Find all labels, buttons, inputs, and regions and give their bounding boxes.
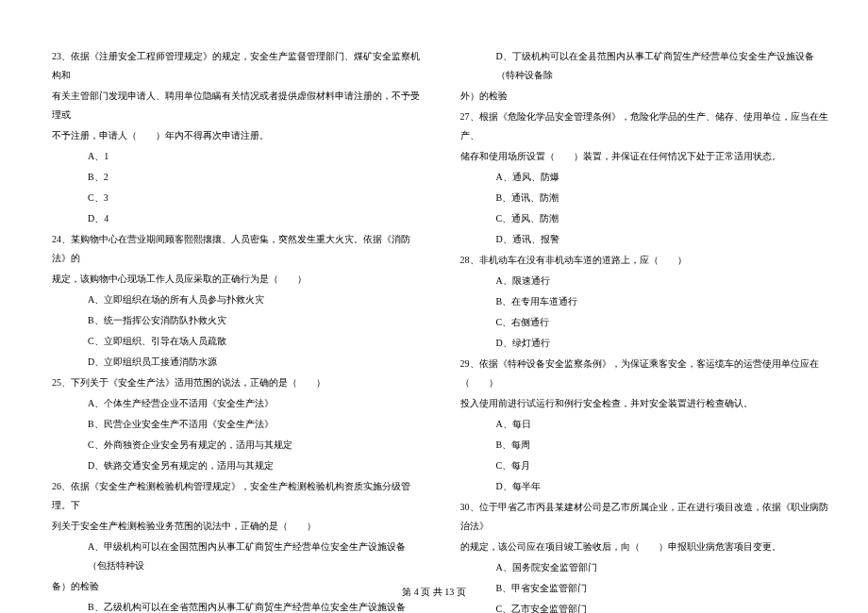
q29-optC: C、每月 xyxy=(460,456,831,475)
q24-optC: C、立即组织、引导在场人员疏散 xyxy=(52,332,423,351)
q26-optD2: 外）的检验 xyxy=(460,87,831,106)
q28-optA: A、限速通行 xyxy=(460,272,831,290)
q25-optC: C、外商独资企业安全另有规定的，适用与其规定 xyxy=(52,436,423,455)
q29-optA: A、每日 xyxy=(460,415,831,434)
q27-optA: A、通风、防爆 xyxy=(460,168,831,187)
page-footer: 第 4 页 共 13 页 xyxy=(0,586,868,599)
q29-optD: D、每半年 xyxy=(460,477,831,496)
q28-optC: C、右侧通行 xyxy=(460,313,831,332)
q30-line1: 30、位于甲省乙市丙县某建材公司是乙市所属企业，正在进行项目改造，依据《职业病防… xyxy=(460,498,831,536)
q24-line2: 规定，该购物中心现场工作人员应采取的正确行为是（ ） xyxy=(52,270,423,289)
q23-line2: 有关主管部门发现申请人、聘用单位隐瞒有关情况或者提供虚假材料申请注册的，不予受理… xyxy=(52,87,423,124)
page-container: 23、依据《注册安全工程师管理规定》的规定，安全生产监督管理部门、煤矿安全监察机… xyxy=(0,0,868,613)
q29-line1: 29、依据《特种设备安全监察条例》，为保证乘客安全，客运缆车的运营使用单位应在（… xyxy=(460,355,831,392)
q25-optB: B、民营企业安全生产不适用《安全生产法》 xyxy=(52,415,423,434)
q24-optD: D、立即组织员工接通消防水源 xyxy=(52,353,423,372)
q27-optC: C、通风、防潮 xyxy=(460,209,831,228)
left-column: 23、依据《注册安全工程师管理规定》的规定，安全生产监督管理部门、煤矿安全监察机… xyxy=(52,47,423,613)
q24-optB: B、统一指挥公安消防队扑救火灾 xyxy=(52,311,423,330)
q29-line2: 投入使用前进行试运行和例行安全检查，并对安全装置进行检查确认。 xyxy=(460,394,831,413)
q25-optA: A、个体生产经营企业不适用《安全生产法》 xyxy=(52,394,423,413)
q25-optD: D、铁路交通安全另有规定的，适用与其规定 xyxy=(52,456,423,475)
q30-optC: C、乙市安全监管部门 xyxy=(460,600,831,613)
q28-optB: B、在专用车道通行 xyxy=(460,292,831,311)
q26-optA: A、甲级机构可以在全国范围内从事工矿商贸生产经营单位安全生产设施设备（包括特种设 xyxy=(52,538,423,575)
q26-optD: D、丁级机构可以在全县范围内从事工矿商贸生产经营单位安全生产设施设备（特种设备除 xyxy=(460,47,831,85)
q28-optD: D、绿灯通行 xyxy=(460,334,831,353)
right-column: D、丁级机构可以在全县范围内从事工矿商贸生产经营单位安全生产设施设备（特种设备除… xyxy=(460,47,831,613)
q23-line1: 23、依据《注册安全工程师管理规定》的规定，安全生产监督管理部门、煤矿安全监察机… xyxy=(52,47,423,85)
q30-optA: A、国务院安全监管部门 xyxy=(460,558,831,577)
q27-optD: D、通讯、报警 xyxy=(460,230,831,249)
q29-optB: B、每周 xyxy=(460,436,831,455)
q24-line1: 24、某购物中心在营业期间顾客熙熙攘攘、人员密集，突然发生重大火灾。依据《消防法… xyxy=(52,230,423,268)
q23-optD: D、4 xyxy=(52,209,423,228)
q26-optB: B、乙级机构可以在全省范围内从事工矿商贸生产经营单位安全生产设施设备（特种设备除 xyxy=(52,598,423,613)
q27-optB: B、通讯、防潮 xyxy=(460,189,831,207)
q23-line3: 不予注册，申请人（ ）年内不得再次申请注册。 xyxy=(52,126,423,145)
q28-line1: 28、非机动车在没有非机动车道的道路上，应（ ） xyxy=(460,251,831,270)
q26-line2: 列关于安全生产检测检验业务范围的说法中，正确的是（ ） xyxy=(52,517,423,536)
q30-line2: 的规定，该公司应在项目竣工验收后，向（ ）申报职业病危害项目变更。 xyxy=(460,538,831,556)
q23-optA: A、1 xyxy=(52,147,423,166)
q27-line2: 储存和使用场所设置（ ）装置，并保证在任何情况下处于正常适用状态。 xyxy=(460,147,831,166)
q26-line1: 26、依据《安全生产检测检验机构管理规定》，安全生产检测检验机构资质实施分级管理… xyxy=(52,477,423,515)
q23-optC: C、3 xyxy=(52,189,423,207)
q23-optB: B、2 xyxy=(52,168,423,187)
q25-line1: 25、下列关于《安全生产法》适用范围的说法，正确的是（ ） xyxy=(52,373,423,392)
q24-optA: A、立即组织在场的所有人员参与扑救火灾 xyxy=(52,290,423,309)
q27-line1: 27、根据《危险化学品安全管理条例》，危险化学品的生产、储存、使用单位，应当在生… xyxy=(460,108,831,145)
